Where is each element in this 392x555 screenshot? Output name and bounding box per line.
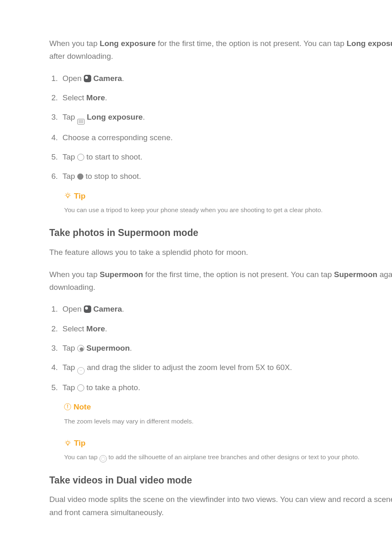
bold-text: Long exposure [87, 113, 143, 121]
dual-video-desc: Dual video mode splits the scene on the … [49, 493, 392, 519]
tip-bulb-icon [64, 439, 71, 447]
zoom-level-icon: ⋅⋅ [77, 367, 85, 375]
step-item: Tap Supermoon. [60, 342, 392, 354]
text: Tap [62, 172, 77, 180]
shutter-stop-icon [77, 173, 83, 180]
bold-text: Supermoon [86, 344, 130, 352]
text: for the first time, the option is not pr… [143, 270, 334, 279]
tip-body: You can tap to add the silhouette of an … [64, 452, 392, 462]
note-info-icon: ! [64, 403, 71, 410]
tip-label: Tip [74, 190, 85, 202]
supermoon-icon [77, 345, 84, 352]
text: to start to shoot. [84, 153, 143, 161]
note-label: Note [74, 400, 91, 413]
text: Select [62, 93, 86, 102]
text: When you tap [49, 39, 100, 48]
text: Select [62, 324, 86, 333]
step-item: Tap to stop to shoot. [60, 170, 392, 183]
text: . [143, 113, 145, 121]
text: Open [62, 74, 84, 83]
bold-text: Camera [93, 74, 122, 83]
svg-line-3 [69, 194, 70, 194]
step-item: Select More. [60, 91, 392, 104]
intro-paragraph: When you tap Long exposure for the first… [49, 37, 392, 63]
text: You can tap [64, 453, 99, 460]
text: to add the silhouette of an airplane tre… [107, 453, 360, 460]
steps-long-exposure: Open Camera. Select More. Tap Long expos… [49, 72, 392, 183]
bold-text: Long exposure [100, 39, 156, 48]
step-item: Tap to take a photo. [60, 381, 392, 394]
shutter-start-icon [77, 154, 84, 161]
note-header: ! Note [64, 400, 392, 413]
svg-line-10 [66, 441, 66, 441]
text: . [130, 344, 132, 352]
step-item: Choose a corresponding scene. [60, 131, 392, 144]
bold-text: Camera [93, 305, 122, 313]
step-item: Tap Long exposure. [60, 111, 392, 124]
text: Tap [62, 153, 77, 161]
text: . [105, 324, 107, 333]
svg-point-0 [67, 194, 69, 197]
text: for the first time, the option is not pr… [156, 39, 347, 48]
note-body: The zoom levels may vary in different mo… [64, 416, 392, 427]
text: . [122, 305, 124, 313]
steps-supermoon: Open Camera. Select More. Tap Supermoon.… [49, 303, 392, 394]
text: . [122, 74, 124, 83]
supermoon-desc: The feature allows you to take a splendi… [49, 246, 392, 259]
bold-text: Supermoon [100, 270, 143, 279]
text: When you tap [49, 270, 100, 279]
tip-header: Tip [64, 190, 392, 202]
camera-icon [84, 75, 91, 82]
tip-bulb-icon [64, 192, 71, 199]
svg-line-11 [69, 441, 70, 441]
text: and drag the slider to adjust the zoom l… [85, 363, 292, 372]
step-item: Open Camera. [60, 303, 392, 315]
bold-text: Long exposure [346, 39, 392, 48]
silhouette-overlay-icon [99, 455, 107, 462]
step-item: Tap to start to shoot. [60, 150, 392, 163]
bold-text: Supermoon [334, 270, 378, 279]
camera-icon [84, 305, 91, 313]
step-item: Open Camera. [60, 72, 392, 85]
text: Tap [62, 363, 77, 372]
text: to take a photo. [84, 383, 140, 392]
long-exposure-icon [77, 119, 85, 125]
text: Open [62, 305, 84, 313]
text: Tap [62, 383, 77, 392]
text: to stop to shoot. [83, 172, 141, 180]
text: Tap [62, 344, 77, 352]
tip-label: Tip [74, 437, 85, 449]
tip-body: You can use a tripod to keep your phone … [64, 205, 392, 215]
text: . [105, 93, 107, 102]
supermoon-download-note: When you tap Supermoon for the first tim… [49, 268, 392, 294]
heading-dual-video: Take videos in Dual video mode [49, 473, 392, 488]
tip-header: Tip [64, 437, 392, 449]
text: Tap [62, 113, 77, 121]
bold-text: More [86, 324, 105, 333]
text: Choose a corresponding scene. [62, 133, 173, 142]
bold-text: More [86, 93, 105, 102]
heading-supermoon: Take photos in Supermoon mode [49, 225, 392, 241]
svg-point-8 [67, 441, 69, 444]
svg-line-2 [66, 194, 66, 194]
step-item: Select More. [60, 322, 392, 335]
step-item: Tap ⋅⋅ and drag the slider to adjust the… [60, 361, 392, 375]
shutter-icon [77, 384, 84, 391]
